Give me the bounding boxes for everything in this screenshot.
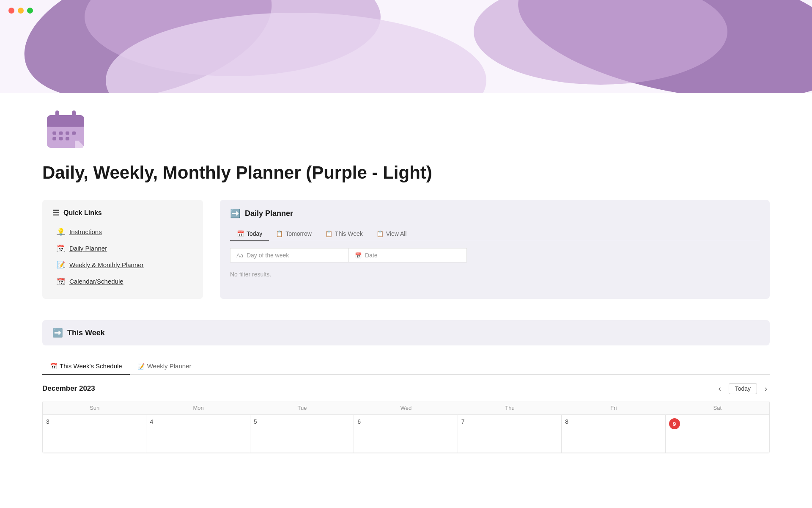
main-content: Daily, Weekly, Monthly Planner (Purple -…	[0, 93, 812, 479]
tomorrow-tab-icon: 📋	[276, 230, 283, 237]
cal-cell-fri[interactable]: 8	[562, 415, 665, 453]
view-all-tab-icon: 📋	[376, 230, 384, 237]
weekly-planner-tab-icon: 📝	[137, 363, 145, 370]
cal-cell-tue[interactable]: 5	[250, 415, 354, 453]
cal-cell-mon[interactable]: 4	[146, 415, 250, 453]
tab-today[interactable]: 📅 Today	[230, 227, 269, 241]
tab-view-all-label: View All	[386, 230, 407, 237]
tab-tomorrow-label: Tomorrow	[285, 230, 311, 237]
calendar-header: December 2023 ‹ Today ›	[42, 383, 770, 394]
cal-header-thu: Thu	[458, 401, 562, 414]
this-week-tab-icon: 📋	[325, 230, 332, 237]
tab-this-week-label: This Week	[335, 230, 363, 237]
quick-links-header: ☰ Quick Links	[52, 208, 193, 218]
quick-links-panel: ☰ Quick Links 💡 Instructions 📅 Daily Pla…	[42, 200, 203, 299]
tab-weekly-planner-label: Weekly Planner	[147, 362, 192, 370]
calendar-week-row: 3 4 5 6 7 8 9	[43, 415, 769, 453]
daily-planner-header: ➡️ Daily Planner	[230, 208, 760, 218]
svg-rect-11	[66, 137, 69, 141]
cal-date-3: 3	[46, 418, 49, 425]
cal-cell-sun[interactable]: 3	[43, 415, 146, 453]
page-icon	[42, 106, 89, 152]
cal-header-wed: Wed	[354, 401, 458, 414]
calendar-icon: 📅	[57, 244, 65, 252]
quick-link-calendar-schedule-label: Calendar/Schedule	[69, 278, 123, 285]
cal-header-mon: Mon	[146, 401, 250, 414]
tab-tomorrow[interactable]: 📋 Tomorrow	[269, 227, 318, 241]
this-week-section: ➡️ This Week	[42, 320, 770, 345]
traffic-lights	[8, 8, 33, 14]
svg-rect-9	[52, 137, 56, 141]
arrow-circle-icon: ➡️	[230, 208, 241, 218]
cal-header-fri: Fri	[562, 401, 665, 414]
quick-link-daily-planner[interactable]: 📅 Daily Planner	[52, 241, 193, 256]
date-icon: 📅	[355, 252, 362, 259]
quick-link-daily-planner-label: Daily Planner	[69, 245, 107, 252]
calendar-next-button[interactable]: ›	[762, 384, 770, 394]
today-tab-icon: 📅	[237, 230, 244, 237]
schedule-tab-icon: 📅	[50, 363, 57, 370]
cal-header-tue: Tue	[250, 401, 354, 414]
quick-link-instructions-label: Instructions	[69, 228, 102, 235]
tab-today-label: Today	[247, 230, 262, 237]
cal-cell-wed[interactable]: 6	[354, 415, 458, 453]
svg-rect-10	[59, 137, 63, 141]
cal-header-sat: Sat	[666, 401, 769, 414]
schedule-section: 📅 This Week's Schedule 📝 Weekly Planner …	[42, 358, 770, 453]
calendar-days-header: Sun Mon Tue Wed Thu Fri Sat	[43, 401, 769, 415]
header-banner	[0, 0, 812, 93]
schedule-tabs: 📅 This Week's Schedule 📝 Weekly Planner	[42, 358, 770, 375]
calendar-grid: Sun Mon Tue Wed Thu Fri Sat 3 4 5 6	[42, 401, 770, 453]
svg-rect-12	[72, 137, 76, 141]
svg-rect-3	[55, 110, 59, 120]
quick-link-instructions[interactable]: 💡 Instructions	[52, 224, 193, 239]
cal-date-7: 7	[461, 418, 465, 425]
quick-link-weekly-monthly[interactable]: 📝 Weekly & Monthly Planner	[52, 257, 193, 272]
cal-date-4: 4	[150, 418, 153, 425]
filter-date-field[interactable]: 📅 Date	[348, 248, 467, 262]
calendar-today-button[interactable]: Today	[729, 383, 757, 394]
two-column-layout: ☰ Quick Links 💡 Instructions 📅 Daily Pla…	[42, 200, 770, 299]
calendar-prev-button[interactable]: ‹	[716, 384, 724, 394]
quick-link-calendar-schedule[interactable]: 📆 Calendar/Schedule	[52, 274, 193, 289]
svg-rect-4	[72, 110, 76, 120]
tab-this-week[interactable]: 📋 This Week	[318, 227, 370, 241]
page-title: Daily, Weekly, Monthly Planner (Purple -…	[42, 163, 770, 183]
minimize-button[interactable]	[18, 8, 24, 14]
filter-day-field[interactable]: Aa Day of the week	[230, 248, 348, 262]
tab-this-weeks-schedule-label: This Week's Schedule	[60, 362, 122, 370]
this-week-title: This Week	[67, 329, 105, 337]
cal-date-9-today: 9	[669, 418, 680, 429]
text-icon: Aa	[236, 252, 243, 259]
filter-day-placeholder: Day of the week	[247, 252, 289, 259]
lightbulb-icon: 💡	[57, 228, 65, 236]
no-results-message: No filter results.	[230, 268, 760, 281]
maximize-button[interactable]	[27, 8, 33, 14]
hamburger-icon: ☰	[52, 208, 59, 218]
this-week-header: ➡️ This Week	[52, 328, 760, 338]
daily-planner-panel: ➡️ Daily Planner 📅 Today 📋 Tomorrow 📋 Th…	[220, 200, 770, 299]
calendar-month: December 2023	[42, 384, 95, 393]
svg-rect-6	[59, 132, 63, 135]
tab-weekly-planner[interactable]: 📝 Weekly Planner	[130, 358, 199, 375]
tab-this-weeks-schedule[interactable]: 📅 This Week's Schedule	[42, 358, 130, 375]
cal-header-sun: Sun	[43, 401, 146, 414]
svg-rect-7	[66, 132, 69, 135]
tab-view-all[interactable]: 📋 View All	[370, 227, 414, 241]
cal-date-5: 5	[254, 418, 257, 425]
svg-rect-2	[47, 122, 84, 127]
filter-row: Aa Day of the week 📅 Date	[230, 248, 760, 262]
cal-cell-sat[interactable]: 9	[666, 415, 769, 453]
quick-link-weekly-monthly-label: Weekly & Monthly Planner	[69, 261, 144, 268]
daily-planner-tabs: 📅 Today 📋 Tomorrow 📋 This Week 📋 View Al…	[230, 227, 760, 241]
close-button[interactable]	[8, 8, 14, 14]
this-week-arrow-icon: ➡️	[52, 328, 63, 338]
cal-date-8: 8	[565, 418, 568, 425]
daily-planner-title: Daily Planner	[245, 209, 293, 218]
filter-date-placeholder: Date	[365, 252, 378, 259]
cal-cell-thu[interactable]: 7	[458, 415, 562, 453]
calendar-grid-icon: 📆	[57, 277, 65, 285]
calendar-nav: ‹ Today ›	[716, 383, 770, 394]
cal-date-6: 6	[357, 418, 361, 425]
quick-links-title: Quick Links	[63, 209, 102, 217]
